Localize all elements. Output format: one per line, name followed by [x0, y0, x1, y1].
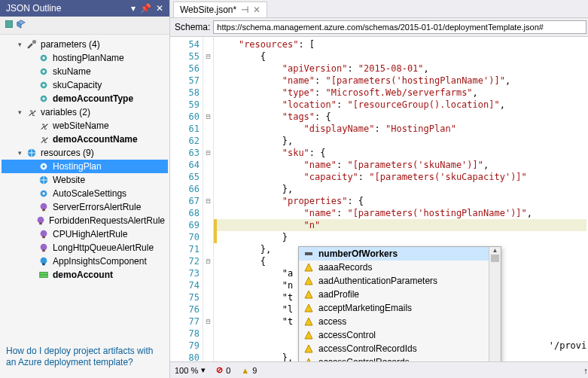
editor-tab[interactable]: WebSite.json* ⊣ ✕ [173, 2, 267, 17]
x-icon: ϰ [26, 106, 38, 118]
tree-label: demoAccount [53, 270, 113, 280]
error-number: 0 [226, 366, 230, 375]
fold-toggle [203, 328, 213, 340]
intellisense-popup[interactable]: ▲ ▼ numberOfWorkersaaaaRecordsaadAuthent… [298, 246, 501, 361]
tree-item[interactable]: ϰdemoAccountName [2, 133, 168, 146]
warning-icon: ▲ [241, 366, 249, 375]
fold-toggle [203, 135, 213, 147]
svg-point-18 [41, 203, 47, 210]
tree-label: skuName [53, 66, 91, 77]
gear-icon [38, 79, 50, 91]
fold-toggle[interactable]: ⊟ [203, 195, 213, 207]
tree-item[interactable]: skuCapacity [2, 78, 168, 92]
fold-gutter[interactable]: ⊟⊟⊟⊟⊟⊟⊟ [203, 37, 214, 361]
tree-label: skuCapacity [53, 80, 102, 90]
intellisense-item[interactable]: acceptMarketingEmails [299, 301, 501, 315]
intellisense-item[interactable]: aaaaRecords [299, 261, 501, 274]
dropdown-icon[interactable]: ▾ [131, 3, 136, 14]
fold-toggle [203, 123, 213, 135]
fold-toggle[interactable]: ⊟ [203, 316, 213, 328]
svg-rect-21 [39, 223, 42, 225]
help-link[interactable]: How do I deploy project artifacts with a… [0, 338, 169, 378]
fold-toggle [203, 340, 213, 352]
tree-item[interactable]: CPUHighAlertRule [2, 227, 168, 241]
gear-blue-icon [38, 160, 50, 172]
intellisense-item[interactable]: accessControl [299, 328, 501, 342]
fold-toggle[interactable]: ⊟ [203, 50, 213, 62]
svg-marker-36 [305, 331, 312, 339]
scroll-down-arrow[interactable]: ▼ [489, 360, 501, 361]
globe-icon [38, 174, 50, 186]
schema-bar: Schema: ▾ [170, 18, 588, 37]
cube-icon[interactable] [17, 20, 26, 31]
tab-pin-icon[interactable]: ⊣ [241, 5, 248, 15]
tree-item[interactable]: HostingPlan [2, 160, 168, 173]
status-bar: 100 % ▾ ⊘ 0 ▲ 9 ↑ ↓ [170, 361, 588, 378]
svg-marker-35 [305, 318, 312, 325]
svg-point-14 [42, 165, 45, 168]
svg-point-7 [42, 70, 45, 73]
panel-title-text: JSON Outline [6, 3, 61, 14]
svg-point-26 [41, 258, 47, 264]
tree-item[interactable]: skuName [2, 65, 168, 78]
tree-group[interactable]: ▾resources (9) [2, 146, 168, 160]
fold-toggle[interactable]: ⊟ [203, 147, 213, 159]
bulb-blue-icon [38, 255, 50, 267]
intellisense-item[interactable]: aadProfile [299, 288, 501, 301]
tree-item[interactable]: AppInsightsComponent [2, 255, 168, 268]
add-resource-icon[interactable] [5, 20, 14, 31]
tree-item[interactable]: AutoScaleSettings [2, 187, 168, 200]
code-editor[interactable]: 5455565758596061626364656667686970717273… [170, 37, 588, 361]
intellisense-item[interactable]: accessControlRecords [299, 355, 501, 361]
tree-group[interactable]: ▾parameters (4) [2, 38, 168, 51]
fold-toggle[interactable]: ⊟ [203, 255, 213, 267]
intellisense-label: accessControlRecordIds [318, 343, 417, 354]
pin-icon[interactable]: 📌 [140, 3, 151, 14]
tree-item[interactable]: ServerErrorsAlertRule [2, 200, 168, 214]
tree-item[interactable]: ForbiddenRequestsAlertRule [2, 214, 168, 227]
warning-icon [303, 330, 314, 340]
tree-group[interactable]: ▾ϰvariables (2) [2, 105, 168, 119]
tree-label: AppInsightsComponent [53, 256, 147, 267]
zoom-dropdown-icon[interactable]: ▾ [201, 365, 206, 375]
tree-item[interactable]: hostingPlanName [2, 51, 168, 65]
expander-icon[interactable]: ▾ [15, 108, 24, 117]
tree-item[interactable]: Website [2, 173, 168, 187]
intellisense-item[interactable]: numberOfWorkers [299, 247, 501, 261]
fold-toggle [203, 231, 213, 243]
schema-input[interactable] [213, 20, 586, 34]
editor-panel: WebSite.json* ⊣ ✕ Schema: ▾ 545556575859… [170, 0, 588, 378]
tree-label: variables (2) [41, 107, 90, 117]
intellisense-item[interactable]: access [299, 315, 501, 328]
intellisense-item[interactable]: accessControlRecordIds [299, 342, 501, 355]
tab-close-icon[interactable]: ✕ [253, 5, 260, 15]
panel-title-bar: JSON Outline ▾ 📌 ✕ [0, 0, 169, 17]
x-icon: ϰ [38, 120, 50, 132]
tree-item[interactable]: LongHttpQueueAlertRule [2, 241, 168, 255]
svg-point-11 [42, 97, 45, 100]
tree-item[interactable]: demoAccountType [2, 92, 168, 105]
warning-icon [303, 276, 314, 286]
expander-icon[interactable]: ▾ [15, 40, 24, 49]
expander-icon[interactable]: ▾ [15, 148, 24, 157]
json-outline-panel: JSON Outline ▾ 📌 ✕ ▾parameters (4)hostin… [0, 0, 170, 378]
tree-label: parameters (4) [41, 39, 100, 50]
warning-count[interactable]: ▲ 9 [241, 366, 257, 375]
svg-rect-0 [6, 21, 13, 28]
zoom-control[interactable]: 100 % ▾ [175, 365, 206, 375]
scroll-thumb[interactable] [491, 255, 499, 262]
fold-toggle[interactable]: ⊟ [203, 111, 213, 123]
tree-item[interactable]: demoAccount [2, 268, 168, 282]
fold-toggle [203, 207, 213, 219]
intellisense-item[interactable]: aadAuthenticationParameters [299, 274, 501, 288]
scroll-arrows[interactable]: ↑ ↓ [583, 366, 588, 375]
outline-tree[interactable]: ▾parameters (4)hostingPlanNameskuNamesku… [0, 35, 169, 338]
error-icon: ⊘ [216, 365, 223, 375]
svg-rect-27 [42, 264, 45, 266]
tree-item[interactable]: ϰwebSiteName [2, 119, 168, 133]
error-count[interactable]: ⊘ 0 [216, 365, 230, 375]
fold-toggle [203, 243, 213, 255]
close-panel-icon[interactable]: ✕ [156, 3, 163, 14]
property-icon [303, 248, 314, 259]
intellisense-scrollbar[interactable]: ▲ ▼ [489, 247, 501, 361]
